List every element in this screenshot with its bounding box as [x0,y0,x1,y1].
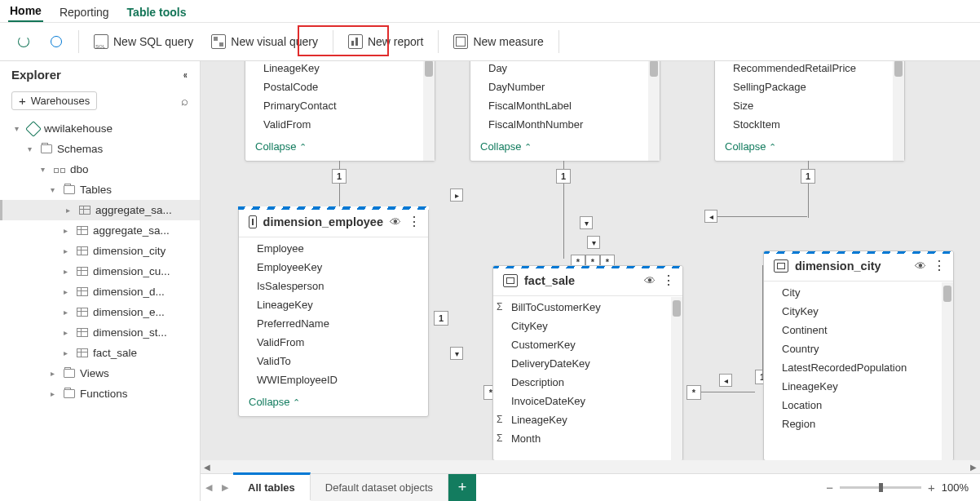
field-item[interactable]: Month [493,429,682,448]
field-item[interactable]: IsSalesperson [239,277,428,295]
footer-tab-all-tables[interactable]: All tables [233,472,311,500]
tree-table-item[interactable]: dimension_d... [0,282,200,302]
tree-dbo[interactable]: dbo [0,159,200,180]
field-item[interactable]: InvoiceDateKey [493,392,682,410]
field-item[interactable]: PreferredName [239,314,428,333]
table-card-icon [503,274,518,287]
collapse-link[interactable]: Collapse [239,391,428,416]
visibility-icon[interactable]: 👁 [390,215,401,228]
tab-home[interactable]: Home [8,1,43,22]
field-item[interactable]: CustomerKey [493,335,682,354]
add-tab-button[interactable]: + [448,474,476,502]
zoom-in-button[interactable]: + [928,481,935,494]
field-item[interactable]: SellingPackage [715,78,904,96]
canvas-horizontal-scrollbar[interactable]: ◀ ▶ [201,460,980,473]
table-card-city[interactable]: dimension_city 👁 ⋮ City CityKey Continen… [763,250,954,461]
table-card-employee[interactable]: dimension_employee 👁 ⋮ Employee Employee… [238,206,429,417]
more-options-icon[interactable]: ⋮ [662,274,674,287]
card-scrollbar[interactable] [893,61,904,161]
field-item[interactable]: RecommendedRetailPrice [715,61,904,78]
tree-table-item[interactable]: aggregate_sa... [0,220,200,241]
field-item[interactable]: StockItem [715,115,904,134]
new-report-button[interactable]: New report [340,29,431,54]
tree-schemas[interactable]: Schemas [0,139,200,159]
field-item[interactable]: DeliveryDateKey [493,354,682,373]
field-item[interactable]: LineageKey [764,377,953,396]
settings-button[interactable] [41,29,72,54]
table-card[interactable]: RecommendedRetailPrice SellingPackage Si… [714,61,905,162]
field-item[interactable]: LineageKey [493,410,682,429]
field-item[interactable]: LineageKey [245,61,435,78]
field-item[interactable]: LatestRecordedPopulation [764,358,953,377]
footer-tab-default-dataset[interactable]: Default dataset objects [311,474,448,502]
tree-root[interactable]: wwilakehouse [0,118,200,139]
field-item[interactable]: LineageKey [239,295,428,314]
field-item[interactable]: ValidTo [239,352,428,370]
collapse-explorer-icon[interactable]: « [183,69,188,81]
tree-tables[interactable]: Tables [0,180,200,200]
collapse-link[interactable]: Collapse [245,135,435,161]
card-scrollbar[interactable] [942,282,953,460]
visibility-icon[interactable]: 👁 [915,259,926,273]
field-item[interactable]: PostalCode [245,78,435,96]
field-item[interactable]: City [764,283,953,302]
tree-table-item[interactable]: dimension_e... [0,302,200,322]
tree-views[interactable]: Views [0,363,200,384]
warehouses-button[interactable]: +Warehouses [11,91,97,110]
tree-table-item[interactable]: dimension_cu... [0,261,200,282]
field-item[interactable]: PrimaryContact [245,96,435,115]
table-card-icon [774,259,788,273]
field-item[interactable]: Country [764,339,953,358]
tabstrip-next-icon[interactable]: ▶ [217,474,233,502]
new-sql-query-button[interactable]: New SQL query [86,29,201,54]
field-item[interactable]: FiscalMonthNumber [470,115,660,134]
tree-table-item[interactable]: dimension_city [0,241,200,261]
more-options-icon[interactable]: ⋮ [933,259,945,273]
field-item[interactable]: Size [715,96,904,115]
field-item[interactable]: CityKey [493,317,682,335]
card-scrollbar[interactable] [648,61,660,161]
field-item[interactable]: CityKey [764,302,953,321]
visibility-icon[interactable]: 👁 [644,274,656,287]
refresh-button[interactable] [8,29,39,54]
field-item[interactable]: EmployeeKey [239,258,428,277]
field-item[interactable]: Region [764,415,953,433]
field-item[interactable]: Employee [239,239,428,258]
table-icon [77,308,88,317]
card-scrollbar[interactable] [671,297,682,460]
field-item[interactable]: DayNumber [470,78,660,96]
tab-table-tools[interactable]: Table tools [126,2,188,22]
field-item[interactable]: Continent [764,321,953,339]
field-item[interactable]: Day [470,61,660,78]
scroll-right-icon[interactable]: ▶ [967,460,980,473]
search-icon[interactable]: ⌕ [181,94,188,108]
field-item[interactable]: ValidFrom [245,115,435,134]
table-card-fact-sale[interactable]: fact_sale 👁 ⋮ BillToCustomerKey CityKey … [492,265,683,461]
collapse-link[interactable]: Collapse [470,135,660,161]
field-item[interactable]: Location [764,396,953,415]
zoom-out-button[interactable]: − [826,481,833,494]
card-scrollbar[interactable] [423,61,435,161]
model-canvas[interactable]: LineageKey PostalCode PrimaryContact Val… [201,61,980,501]
collapse-link[interactable]: Collapse [715,135,904,161]
tree-table-item[interactable]: dimension_st... [0,322,200,343]
tab-reporting[interactable]: Reporting [58,2,111,22]
tree-functions[interactable]: Functions [0,384,200,404]
measure-icon [453,34,468,49]
field-item[interactable]: BillToCustomerKey [493,298,682,317]
table-card[interactable]: LineageKey PostalCode PrimaryContact Val… [245,61,435,162]
tree-table-item[interactable]: fact_sale [0,343,200,363]
zoom-slider[interactable] [840,486,921,489]
folder-icon [64,389,75,398]
more-options-icon[interactable]: ⋮ [408,215,420,228]
table-card[interactable]: Day DayNumber FiscalMonthLabel FiscalMon… [470,61,660,162]
field-item[interactable]: FiscalMonthLabel [470,96,660,115]
field-item[interactable]: ValidFrom [239,333,428,352]
new-measure-button[interactable]: New measure [445,29,551,54]
tabstrip-prev-icon[interactable]: ◀ [201,474,217,502]
tree-table-item[interactable]: aggregate_sa... [0,200,200,220]
field-item[interactable]: WWIEmployeeID [239,370,428,389]
scroll-left-icon[interactable]: ◀ [201,460,214,473]
new-visual-query-button[interactable]: New visual query [203,29,326,54]
field-item[interactable]: Description [493,373,682,392]
